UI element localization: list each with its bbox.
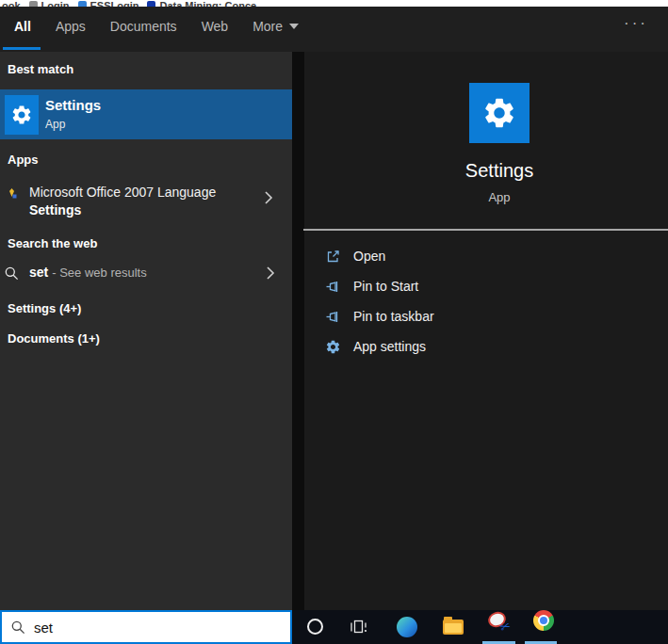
taskbar-search-box[interactable]	[0, 610, 292, 644]
result-title: Microsoft Office 2007 Language Settings	[29, 184, 216, 219]
best-match-result-settings[interactable]: Settings App	[0, 89, 292, 139]
snipping-tool-icon[interactable]: ✂	[488, 610, 509, 631]
panel-divider	[292, 52, 304, 610]
bookmark-link[interactable]: ook	[2, 0, 21, 7]
action-pin-to-taskbar[interactable]: Pin to taskbar	[325, 307, 434, 326]
chrome-icon[interactable]	[533, 610, 554, 631]
preview-panel: Settings App Open Pin to Start P	[304, 52, 668, 610]
best-match-subtitle: App	[45, 118, 65, 131]
pin-icon	[325, 279, 341, 295]
bookmark-link[interactable]: Data Mining: Conce...	[147, 0, 265, 7]
file-explorer-icon[interactable]	[443, 620, 464, 635]
tab-more[interactable]: More	[253, 19, 299, 34]
chevron-right-icon[interactable]	[264, 265, 277, 282]
options-ellipsis-button[interactable]: ···	[624, 14, 648, 33]
bookmark-link[interactable]: ESSLogin	[78, 0, 139, 7]
settings-gear-tile-icon	[469, 83, 530, 143]
search-results-panel: Best match Settings App Apps Microsoft O…	[0, 52, 292, 610]
gear-icon	[325, 339, 341, 355]
chevron-down-icon	[289, 24, 299, 29]
open-icon	[325, 249, 341, 265]
action-open[interactable]: Open	[325, 247, 385, 266]
result-office-language-settings[interactable]: Microsoft Office 2007 Language Settings	[0, 178, 292, 223]
preview-subtitle: App	[331, 190, 668, 204]
tab-documents[interactable]: Documents	[110, 19, 177, 34]
action-pin-to-start[interactable]: Pin to Start	[325, 277, 418, 296]
tab-web[interactable]: Web	[202, 19, 229, 34]
preview-divider-line	[303, 229, 668, 231]
task-view-icon[interactable]	[349, 619, 368, 636]
active-tab-indicator	[3, 47, 41, 50]
tab-apps[interactable]: Apps	[56, 19, 86, 34]
cortana-icon[interactable]	[307, 619, 323, 635]
result-web-search[interactable]: set- See web results	[0, 260, 292, 288]
bookmark-link[interactable]: Login	[29, 0, 70, 7]
apps-header: Apps	[8, 153, 39, 167]
tab-all[interactable]: All	[14, 19, 31, 34]
search-icon	[4, 266, 20, 282]
settings-group-header[interactable]: Settings (4+)	[8, 301, 81, 315]
search-the-web-header: Search the web	[8, 236, 97, 250]
action-app-settings[interactable]: App settings	[325, 337, 426, 356]
edge-icon[interactable]	[397, 617, 417, 637]
search-input[interactable]	[34, 620, 269, 636]
office-app-icon	[7, 188, 17, 199]
windows-search-panel: ook Login ESSLogin Data Mining: Conce...…	[0, 0, 668, 644]
web-result-text: set- See web results	[29, 265, 147, 280]
scissors-icon: ✂	[498, 619, 513, 636]
search-filter-tabbar: All Apps Documents Web More ···	[0, 7, 668, 52]
pin-icon	[325, 309, 341, 325]
chevron-right-icon[interactable]	[262, 189, 275, 206]
best-match-header: Best match	[8, 62, 73, 76]
best-match-title: Settings	[45, 97, 101, 113]
taskbar: ✂	[292, 610, 668, 644]
settings-gear-icon	[5, 95, 39, 135]
documents-group-header[interactable]: Documents (1+)	[8, 331, 100, 346]
preview-title: Settings	[331, 160, 668, 182]
browser-bookmarks-bar: ook Login ESSLogin Data Mining: Conce...	[0, 0, 668, 7]
search-icon	[10, 620, 26, 636]
